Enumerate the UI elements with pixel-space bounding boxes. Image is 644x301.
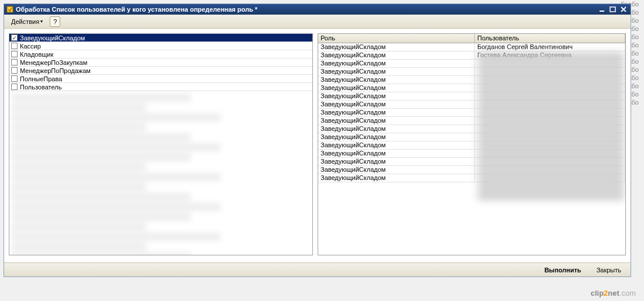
cell-role: ЗаведующийСкладом xyxy=(318,84,475,92)
cell-role: ЗаведующийСкладом xyxy=(318,125,475,133)
cell-role: ЗаведующийСкладом xyxy=(318,150,475,157)
roles-list-panel[interactable]: ✓ЗаведующийСкладомКассирКладовщикМенедже… xyxy=(9,33,313,255)
cell-role: ЗаведующийСкладом xyxy=(318,141,475,149)
cell-role: ЗаведующийСкладом xyxy=(318,43,475,51)
role-label: Кладовщик xyxy=(20,51,53,58)
grid-header: Роль Пользователь xyxy=(318,34,625,43)
svg-rect-1 xyxy=(600,11,604,12)
role-label: МенеджерПоПродажам xyxy=(20,67,91,74)
users-grid-panel[interactable]: Роль Пользователь ЗаведующийСкладомБогда… xyxy=(318,33,626,255)
close-button[interactable] xyxy=(619,5,628,13)
role-row[interactable]: МенеджерПоЗакупкам xyxy=(9,58,312,67)
app-icon xyxy=(6,6,13,13)
help-icon: ? xyxy=(53,18,57,25)
role-checkbox[interactable] xyxy=(11,84,18,90)
execute-button[interactable]: Выполнить xyxy=(540,265,586,275)
role-row[interactable]: Кладовщик xyxy=(9,50,312,58)
role-label: МенеджерПоЗакупкам xyxy=(20,59,87,66)
cell-role: ЗаведующийСкладом xyxy=(318,76,475,84)
content-area: ✓ЗаведующийСкладомКассирКладовщикМенедже… xyxy=(4,29,631,262)
role-label: ПолныеПрава xyxy=(20,75,62,82)
role-checkbox[interactable]: ✓ xyxy=(11,34,18,41)
footer-bar: Выполнить Закрыть xyxy=(4,262,631,276)
cell-role: ЗаведующийСкладом xyxy=(318,51,475,59)
cell-role: ЗаведующийСкладом xyxy=(318,166,475,174)
svg-rect-2 xyxy=(610,7,615,12)
close-text-button[interactable]: Закрыть xyxy=(592,265,626,275)
maximize-button[interactable] xyxy=(608,5,618,13)
role-checkbox[interactable] xyxy=(11,75,18,82)
watermark: clip2net.com xyxy=(591,289,636,297)
cell-role: ЗаведующийСкладом xyxy=(318,133,475,141)
cell-role: ЗаведующийСкладом xyxy=(318,109,475,116)
role-checkbox[interactable] xyxy=(11,51,18,57)
role-row[interactable]: Кассир xyxy=(9,42,312,50)
column-header-user[interactable]: Пользователь xyxy=(475,34,625,43)
role-label: Кассир xyxy=(20,43,41,50)
cell-role: ЗаведующийСкладом xyxy=(318,60,475,67)
cell-role: ЗаведующийСкладом xyxy=(318,68,475,75)
role-label: Пользователь xyxy=(20,84,61,91)
role-row[interactable]: ✓ЗаведующийСкладом xyxy=(9,34,312,42)
redacted-roles-area xyxy=(9,91,312,255)
role-label: ЗаведующийСкладом xyxy=(20,34,85,41)
role-row[interactable]: ПолныеПрава xyxy=(9,75,312,83)
toolbar: Действия ▾ ? xyxy=(4,15,631,29)
role-row[interactable]: Пользователь xyxy=(9,83,312,91)
role-checkbox[interactable] xyxy=(11,59,18,65)
window-title: Обработка Список пользователей у кого ус… xyxy=(16,6,598,13)
role-row[interactable]: МенеджерПоПродажам xyxy=(9,67,312,75)
cell-role: ЗаведующийСкладом xyxy=(318,158,475,165)
role-checkbox[interactable] xyxy=(11,67,18,74)
role-checkbox[interactable] xyxy=(11,43,18,49)
cell-role: ЗаведующийСкладом xyxy=(318,117,475,124)
actions-menu-label: Действия xyxy=(11,18,39,25)
minimize-button[interactable] xyxy=(598,5,607,13)
table-row[interactable]: ЗаведующийСкладомБогданов Сергей Валенти… xyxy=(318,43,625,51)
column-header-role[interactable]: Роль xyxy=(318,34,475,43)
cell-user: Богданов Сергей Валентинович xyxy=(475,43,625,51)
help-button[interactable]: ? xyxy=(50,16,60,27)
titlebar[interactable]: Обработка Список пользователей у кого ус… xyxy=(4,4,631,15)
cell-role: ЗаведующийСкладом xyxy=(318,101,475,108)
cell-role: ЗаведующийСкладом xyxy=(318,92,475,100)
chevron-down-icon: ▾ xyxy=(40,19,43,24)
cell-role: ЗаведующийСкладом xyxy=(318,174,475,182)
actions-menu[interactable]: Действия ▾ xyxy=(8,17,46,26)
redacted-users-area xyxy=(478,53,624,222)
main-window: Обработка Список пользователей у кого ус… xyxy=(4,4,631,277)
